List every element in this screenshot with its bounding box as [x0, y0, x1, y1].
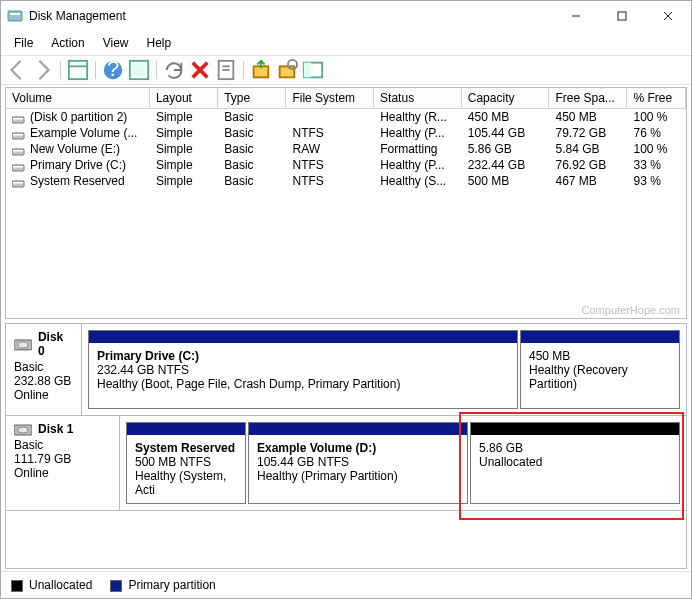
- table-row[interactable]: Primary Drive (C:)SimpleBasicNTFSHealthy…: [6, 157, 686, 173]
- menu-help[interactable]: Help: [138, 33, 181, 53]
- svg-rect-28: [12, 165, 24, 171]
- col-volume[interactable]: Volume: [6, 88, 150, 108]
- partition-body: 450 MBHealthy (Recovery Partition): [521, 343, 679, 408]
- partition[interactable]: 5.86 GBUnallocated: [470, 422, 680, 504]
- properties-button[interactable]: [214, 59, 238, 81]
- disk-icon: [14, 337, 32, 351]
- window-title: Disk Management: [29, 9, 553, 23]
- menu-view[interactable]: View: [94, 33, 138, 53]
- svg-rect-3: [618, 12, 626, 20]
- disk-partitions: System Reserved500 MB NTFSHealthy (Syste…: [120, 416, 686, 510]
- col-capacity[interactable]: Capacity: [462, 88, 550, 108]
- disk-icon: [14, 422, 32, 436]
- svg-rect-24: [12, 133, 24, 139]
- disk-graphical-view: Disk 0Basic232.88 GBOnlinePrimary Drive …: [5, 323, 687, 569]
- action2-button[interactable]: [275, 59, 299, 81]
- svg-rect-22: [12, 117, 24, 123]
- toolbar-separator: [95, 61, 96, 79]
- forward-button[interactable]: [31, 59, 55, 81]
- partition[interactable]: Primary Drive (C:)232.44 GB NTFSHealthy …: [88, 330, 518, 409]
- svg-text:?: ?: [107, 59, 119, 81]
- partition-bar: [471, 423, 679, 435]
- svg-rect-26: [12, 149, 24, 155]
- column-headers: Volume Layout Type File System Status Ca…: [6, 88, 686, 109]
- legend-unallocated: Unallocated: [11, 578, 92, 592]
- action3-button[interactable]: [301, 59, 325, 81]
- swatch-blue-icon: [110, 580, 122, 592]
- svg-rect-23: [13, 118, 23, 120]
- legend-primary: Primary partition: [110, 578, 215, 592]
- svg-rect-0: [8, 11, 22, 21]
- col-status[interactable]: Status: [374, 88, 462, 108]
- svg-rect-31: [13, 182, 23, 184]
- app-icon: [7, 8, 23, 24]
- svg-rect-18: [280, 66, 295, 77]
- menu-action[interactable]: Action: [42, 33, 93, 53]
- delete-button[interactable]: [188, 59, 212, 81]
- settings-button[interactable]: [127, 59, 151, 81]
- partition-bar: [127, 423, 245, 435]
- svg-rect-1: [10, 13, 20, 15]
- volume-icon: [12, 161, 26, 171]
- show-hide-button[interactable]: [66, 59, 90, 81]
- table-row[interactable]: System ReservedSimpleBasicNTFSHealthy (S…: [6, 173, 686, 189]
- partition[interactable]: System Reserved500 MB NTFSHealthy (Syste…: [126, 422, 246, 504]
- disk-row: Disk 1Basic111.79 GBOnlineSystem Reserve…: [6, 416, 686, 511]
- swatch-black-icon: [11, 580, 23, 592]
- volume-rows: (Disk 0 partition 2)SimpleBasicHealthy (…: [6, 109, 686, 189]
- menu-bar: File Action View Help: [1, 31, 691, 56]
- volume-icon: [12, 145, 26, 155]
- partition-bar: [249, 423, 467, 435]
- col-free[interactable]: Free Spa...: [549, 88, 627, 108]
- svg-point-35: [18, 427, 28, 433]
- close-button[interactable]: [645, 1, 691, 31]
- svg-rect-11: [134, 65, 145, 76]
- legend: Unallocated Primary partition: [1, 571, 691, 598]
- partition-body: Example Volume (D:)105.44 GB NTFSHealthy…: [249, 435, 467, 503]
- partition-bar: [89, 331, 517, 343]
- partition[interactable]: 450 MBHealthy (Recovery Partition): [520, 330, 680, 409]
- toolbar-separator: [60, 61, 61, 79]
- volume-icon: [12, 129, 26, 139]
- help-button[interactable]: ?: [101, 59, 125, 81]
- table-row[interactable]: Example Volume (...SimpleBasicNTFSHealth…: [6, 125, 686, 141]
- col-filesystem[interactable]: File System: [286, 88, 374, 108]
- title-bar: Disk Management: [1, 1, 691, 31]
- svg-point-33: [18, 342, 28, 348]
- partition-body: Primary Drive (C:)232.44 GB NTFSHealthy …: [89, 343, 517, 408]
- table-row[interactable]: New Volume (E:)SimpleBasicRAWFormatting5…: [6, 141, 686, 157]
- svg-rect-29: [13, 166, 23, 168]
- minimize-button[interactable]: [553, 1, 599, 31]
- disk-row: Disk 0Basic232.88 GBOnlinePrimary Drive …: [6, 324, 686, 416]
- table-row[interactable]: (Disk 0 partition 2)SimpleBasicHealthy (…: [6, 109, 686, 125]
- volume-icon: [12, 113, 26, 123]
- disk-info[interactable]: Disk 1Basic111.79 GBOnline: [6, 416, 120, 510]
- disk-partitions: Primary Drive (C:)232.44 GB NTFSHealthy …: [82, 324, 686, 415]
- toolbar-separator: [156, 61, 157, 79]
- col-pctfree[interactable]: % Free: [627, 88, 686, 108]
- svg-rect-27: [13, 150, 23, 152]
- partition-bar: [521, 331, 679, 343]
- col-layout[interactable]: Layout: [150, 88, 218, 108]
- svg-rect-6: [69, 61, 87, 79]
- watermark: ComputerHope.com: [582, 304, 680, 316]
- disk-info[interactable]: Disk 0Basic232.88 GBOnline: [6, 324, 82, 415]
- volume-list: Volume Layout Type File System Status Ca…: [5, 87, 687, 319]
- back-button[interactable]: [5, 59, 29, 81]
- refresh-button[interactable]: [162, 59, 186, 81]
- menu-file[interactable]: File: [5, 33, 42, 53]
- col-type[interactable]: Type: [218, 88, 286, 108]
- svg-rect-21: [304, 63, 311, 78]
- maximize-button[interactable]: [599, 1, 645, 31]
- toolbar-separator: [243, 61, 244, 79]
- partition-body: System Reserved500 MB NTFSHealthy (Syste…: [127, 435, 245, 503]
- volume-icon: [12, 177, 26, 187]
- toolbar: ?: [1, 56, 691, 85]
- svg-rect-25: [13, 134, 23, 136]
- svg-rect-30: [12, 181, 24, 187]
- partition-body: 5.86 GBUnallocated: [471, 435, 679, 503]
- partition[interactable]: Example Volume (D:)105.44 GB NTFSHealthy…: [248, 422, 468, 504]
- action1-button[interactable]: [249, 59, 273, 81]
